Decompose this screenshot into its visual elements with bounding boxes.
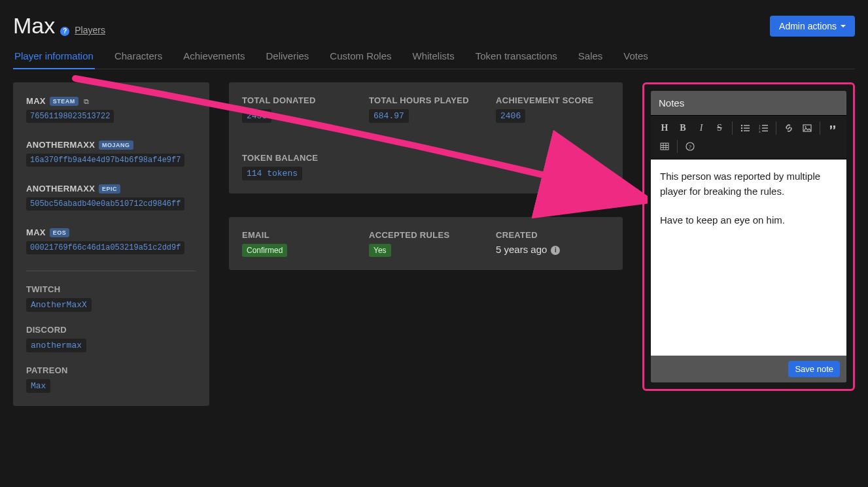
quote-icon[interactable] <box>824 120 841 137</box>
social-value[interactable]: AnotherMaxX <box>26 298 92 312</box>
strikethrough-icon[interactable]: S <box>711 120 728 137</box>
tab-votes[interactable]: Votes <box>622 45 650 69</box>
chevron-down-icon <box>841 25 846 27</box>
external-link-icon[interactable]: ⧉ <box>84 97 89 105</box>
identity-id[interactable]: 00021769f66c46d1a053219a51c2dd9f <box>26 241 184 254</box>
notes-highlight-frame: Notes H B I S 123 <box>642 82 855 391</box>
stat-total-donated: TOTAL DONATED 2433 <box>242 95 356 123</box>
tabs-nav: Player information Characters Achievemen… <box>13 45 855 69</box>
stat-label: ACHIEVEMENT SCORE <box>496 95 610 105</box>
stat-token-balance: TOKEN BALANCE 114 tokens <box>242 153 356 180</box>
identity-name: MAX <box>26 227 46 237</box>
identity-id[interactable]: 76561198023513722 <box>26 110 114 123</box>
info-icon[interactable]: i <box>551 246 560 255</box>
social-value[interactable]: Max <box>26 379 50 393</box>
identity-steam: MAX STEAM ⧉ 76561198023513722 <box>26 95 196 123</box>
tab-deliveries[interactable]: Deliveries <box>264 45 310 69</box>
tab-whitelists[interactable]: Whitelists <box>411 45 456 69</box>
editor-toolbar: H B I S 123 <box>651 115 846 160</box>
info-email: EMAIL Confirmed <box>242 230 356 257</box>
social-value[interactable]: anothermax <box>26 339 86 352</box>
stat-label: TOTAL DONATED <box>242 95 356 105</box>
platform-badge-epic: EPIC <box>99 184 120 193</box>
notes-paragraph: This person was reported by multiple pla… <box>660 169 837 199</box>
identity-id[interactable]: 505bc56abadb40e0ab510712cd9846ff <box>26 197 184 210</box>
bold-icon[interactable]: B <box>674 120 691 137</box>
svg-rect-3 <box>744 125 750 126</box>
identity-id[interactable]: 16a370ffb9a44e4d97b4b6f98af4e9f7 <box>26 154 184 167</box>
tab-sales[interactable]: Sales <box>577 45 604 69</box>
stat-label: TOKEN BALANCE <box>242 153 356 163</box>
status-badge: Confirmed <box>242 244 287 257</box>
help-icon[interactable]: ? <box>60 27 69 36</box>
social-discord: DISCORD anothermax <box>26 325 196 352</box>
help-icon[interactable]: ? <box>682 138 699 155</box>
breadcrumb[interactable]: Players <box>75 25 105 35</box>
info-created: CREATED 5 years ago i <box>496 230 610 257</box>
stat-value: 2433 <box>242 109 271 123</box>
stat-achievement-score: ACHIEVEMENT SCORE 2406 <box>496 95 610 123</box>
table-icon[interactable] <box>656 138 673 155</box>
social-label: PATREON <box>26 365 196 375</box>
identity-eos: MAX EOS 00021769f66c46d1a053219a51c2dd9f <box>26 227 196 254</box>
platform-badge-mojang: MOJANG <box>99 141 133 150</box>
tab-custom-roles[interactable]: Custom Roles <box>328 45 392 69</box>
svg-text:3: 3 <box>759 130 761 133</box>
social-label: TWITCH <box>26 284 196 294</box>
info-label: CREATED <box>496 230 610 240</box>
number-list-icon[interactable]: 123 <box>755 120 772 137</box>
toolbar-separator <box>820 122 820 135</box>
info-value: 5 years ago <box>496 244 547 255</box>
tab-player-information[interactable]: Player information <box>13 45 95 69</box>
tab-characters[interactable]: Characters <box>113 45 164 69</box>
link-icon[interactable] <box>780 120 797 137</box>
italic-icon[interactable]: I <box>693 120 710 137</box>
svg-text:?: ? <box>689 144 691 150</box>
platform-badge-eos: EOS <box>50 228 70 237</box>
svg-point-0 <box>741 125 742 126</box>
tab-token-transactions[interactable]: Token transactions <box>474 45 559 69</box>
bullet-list-icon[interactable] <box>737 120 754 137</box>
notes-editor[interactable]: This person was reported by multiple pla… <box>651 160 846 356</box>
svg-rect-11 <box>762 131 768 131</box>
identities-card: MAX STEAM ⧉ 76561198023513722 ANOTHERMAX… <box>13 82 209 406</box>
page-title: Max <box>13 13 55 39</box>
save-note-button[interactable]: Save note <box>788 361 840 377</box>
svg-rect-10 <box>762 127 768 128</box>
heading-icon[interactable]: H <box>656 120 673 137</box>
notes-paragraph: Have to keep an eye on him. <box>660 212 837 227</box>
toolbar-separator <box>776 122 776 135</box>
toolbar-separator <box>732 122 733 135</box>
notes-title: Notes <box>651 91 846 115</box>
status-badge: Yes <box>369 244 391 257</box>
social-twitch: TWITCH AnotherMaxX <box>26 284 196 312</box>
tab-achievements[interactable]: Achievements <box>182 45 246 69</box>
svg-point-1 <box>741 127 742 129</box>
stat-value: 684.97 <box>369 109 409 123</box>
svg-rect-9 <box>762 125 768 126</box>
platform-badge-steam: STEAM <box>50 97 78 106</box>
stat-value: 2406 <box>496 109 525 123</box>
info-accepted-rules: ACCEPTED RULES Yes <box>369 230 483 257</box>
admin-actions-button[interactable]: Admin actions <box>770 16 855 37</box>
stats-card: TOTAL DONATED 2433 TOTAL HOURS PLAYED 68… <box>229 82 623 193</box>
image-icon[interactable] <box>799 120 816 137</box>
stat-label: TOTAL HOURS PLAYED <box>369 95 483 105</box>
admin-actions-label: Admin actions <box>779 21 837 31</box>
identity-name: ANOTHERMAXX <box>26 140 95 150</box>
identity-mojang: ANOTHERMAXX MOJANG 16a370ffb9a44e4d97b4b… <box>26 139 196 167</box>
social-label: DISCORD <box>26 325 196 335</box>
identity-epic: ANOTHERMAXX EPIC 505bc56abadb40e0ab51071… <box>26 183 196 210</box>
stat-hours-played: TOTAL HOURS PLAYED 684.97 <box>369 95 483 123</box>
toolbar-separator <box>677 140 678 153</box>
identity-name: ANOTHERMAXX <box>26 184 95 193</box>
notes-panel: Notes H B I S 123 <box>651 91 846 382</box>
svg-rect-4 <box>744 127 750 128</box>
info-label: EMAIL <box>242 230 356 240</box>
svg-point-2 <box>741 130 742 131</box>
account-info-card: EMAIL Confirmed ACCEPTED RULES Yes CREAT… <box>229 217 623 270</box>
identity-name: MAX <box>26 96 46 106</box>
svg-point-13 <box>805 126 807 127</box>
svg-rect-14 <box>661 143 668 150</box>
social-patreon: PATREON Max <box>26 365 196 393</box>
